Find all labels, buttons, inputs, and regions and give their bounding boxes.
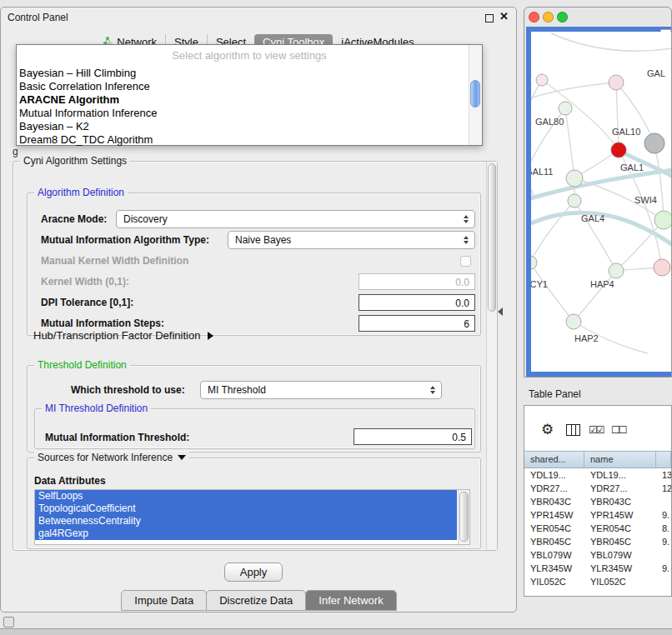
hub-transcription-factor-expander[interactable]: Hub/Transcription Factor Definition [33, 329, 213, 342]
expander-down-icon [178, 455, 186, 460]
float-window-icon[interactable] [485, 14, 494, 22]
columns-icon[interactable] [566, 424, 580, 436]
bottom-tab-infer-network[interactable]: Infer Network [305, 590, 396, 611]
table-row[interactable]: YER054CYER054C8. [524, 522, 671, 535]
bottom-tab-impute-data[interactable]: Impute Data [121, 590, 207, 611]
column-header-extra[interactable] [656, 452, 671, 468]
table-cell: YLR345W [524, 562, 584, 575]
scrollbar-thumb[interactable] [488, 163, 496, 312]
table-cell: YLR345W [584, 562, 656, 575]
mi-threshold-definition-group: MI Threshold Definition Mutual Informati… [34, 408, 475, 449]
threshold-definition-title: Threshold Definition [34, 359, 130, 371]
kernel-width-field[interactable]: 0.0 [359, 273, 475, 290]
network-edge [654, 143, 664, 220]
docked-panel-icon[interactable] [3, 617, 14, 628]
network-node[interactable] [644, 133, 664, 153]
table-row[interactable]: YBL079WYBL079W [524, 548, 671, 562]
column-header-name[interactable]: name [584, 452, 656, 468]
select-all-columns-icon[interactable]: ☑☑ [589, 424, 604, 436]
sources-title-label: Sources for Network Inference [38, 452, 173, 463]
network-canvas[interactable]: GALGAL80GAL10GAL11GAL1SWI4GAL4GCY1HAP4HA… [531, 32, 671, 372]
table-cell: YDR27... [524, 482, 584, 495]
network-edge [574, 201, 616, 271]
mi-steps-field[interactable]: 6 [359, 315, 475, 332]
mi-steps-label: Mutual Information Steps: [41, 318, 164, 329]
deselect-all-columns-icon[interactable]: ☐☐ [611, 424, 626, 436]
network-node[interactable] [566, 314, 581, 329]
table-row[interactable]: YDR27...YDR27...12 [524, 482, 671, 495]
attributes-scrollbar[interactable] [458, 490, 469, 544]
node-label: SWI4 [634, 195, 657, 205]
sources-title-toggle[interactable]: Sources for Network Inference [34, 452, 189, 463]
table-cell [656, 495, 671, 508]
table-cell: YBR045C [584, 535, 656, 548]
close-traffic-icon[interactable] [529, 12, 539, 22]
splitter-collapse-arrow[interactable] [498, 308, 503, 316]
algorithm-option[interactable]: Bayesian – K2 [17, 120, 469, 133]
network-node[interactable] [559, 102, 572, 115]
mi-threshold-label: Mutual Information Threshold: [45, 432, 189, 443]
attribute-item[interactable]: gal4RGexp [35, 528, 457, 540]
threshold-definition-group: Threshold Definition Which threshold to … [27, 365, 481, 452]
table-row[interactable]: YDL19...YDL19...13 [524, 468, 671, 482]
network-edge [616, 82, 619, 150]
table-row[interactable]: YBR045CYBR045C9. [524, 535, 671, 548]
apply-button[interactable]: Apply [224, 562, 283, 582]
scrollbar-thumb[interactable] [470, 80, 480, 108]
table-row[interactable]: YPR145WYPR145W9. [524, 508, 671, 522]
network-node[interactable] [609, 75, 624, 90]
table-panel-title: Table Panel [529, 388, 581, 400]
which-threshold-label: Which threshold to use: [71, 384, 185, 396]
cyni-algorithm-settings-group: Cyni Algorithm Settings Algorithm Defini… [13, 161, 498, 551]
table-row[interactable]: YLR345WYLR345W9. [524, 562, 671, 575]
mi-algorithm-type-select[interactable]: Naive Bayes [228, 231, 475, 249]
bottom-tab-discretize-data[interactable]: Discretize Data [206, 590, 306, 611]
minimize-traffic-icon[interactable] [543, 12, 554, 22]
close-icon[interactable]: ✕ [499, 10, 509, 22]
network-graph: GALGAL80GAL10GAL11GAL1SWI4GAL4GCY1HAP4HA… [531, 32, 671, 372]
data-attributes-label: Data Attributes [34, 475, 106, 487]
network-node[interactable] [611, 142, 626, 158]
node-label: GAL80 [535, 117, 564, 127]
zoom-traffic-icon[interactable] [557, 12, 568, 22]
table-panel-window: ⚙ ☑☑ ☐☐ shared...name YDL19...YDL19...13… [524, 405, 672, 597]
combo-arrows-icon [430, 386, 435, 394]
table-row[interactable]: YIL052CYIL052C [524, 575, 671, 588]
algorithm-option[interactable]: ARACNE Algorithm [17, 93, 469, 107]
table-cell: 12 [656, 482, 671, 495]
dpi-tolerance-field[interactable]: 0.0 [359, 294, 475, 311]
algorithm-option[interactable]: Mutual Information Inference [17, 107, 469, 120]
manual-kernel-width-checkbox[interactable] [460, 256, 471, 267]
node-label: GAL [647, 68, 665, 78]
combo-arrows-icon [464, 215, 469, 223]
network-node[interactable] [568, 194, 581, 208]
network-node[interactable] [566, 170, 583, 187]
network-node[interactable] [531, 256, 537, 269]
attribute-item[interactable]: BetweennessCentrality [35, 515, 457, 528]
table-cell: 9. [656, 562, 671, 575]
which-threshold-select[interactable]: MI Threshold [200, 381, 442, 399]
network-node[interactable] [536, 74, 548, 86]
attribute-item[interactable]: TopologicalCoefficient [35, 502, 457, 515]
network-node[interactable] [609, 263, 624, 278]
table-row[interactable]: YBR043CYBR043C [524, 495, 671, 508]
table-cell: 8. [656, 522, 671, 535]
network-edge [565, 108, 574, 178]
network-window: GALGAL80GAL10GAL11GAL1SWI4GAL4GCY1HAP4HA… [524, 7, 672, 378]
control-panel-window: Control Panel ✕ NetworkStyleSelectCyni T… [0, 7, 517, 612]
algorithm-option[interactable]: Dream8 DC_TDC Algorithm [17, 133, 469, 147]
gear-icon[interactable]: ⚙ [541, 422, 554, 437]
mi-threshold-field[interactable]: 0.5 [354, 428, 472, 445]
table-cell: YBR043C [524, 495, 584, 508]
network-node[interactable] [654, 259, 670, 276]
algorithm-option[interactable]: Bayesian – Hill Climbing [17, 67, 469, 80]
scrollbar-thumb[interactable] [459, 492, 469, 542]
popup-scrollbar[interactable] [469, 45, 482, 145]
aracne-mode-select[interactable]: Discovery [116, 210, 475, 228]
attribute-item[interactable]: SelfLoops [35, 490, 457, 502]
network-node[interactable] [654, 211, 671, 229]
algorithm-option[interactable]: Basic Correlation Inference [17, 80, 469, 93]
data-attributes-list: SelfLoopsTopologicalCoefficientBetweenne… [34, 489, 470, 545]
column-header-shared[interactable]: shared... [524, 452, 584, 468]
settings-scrollbar[interactable] [486, 162, 497, 550]
